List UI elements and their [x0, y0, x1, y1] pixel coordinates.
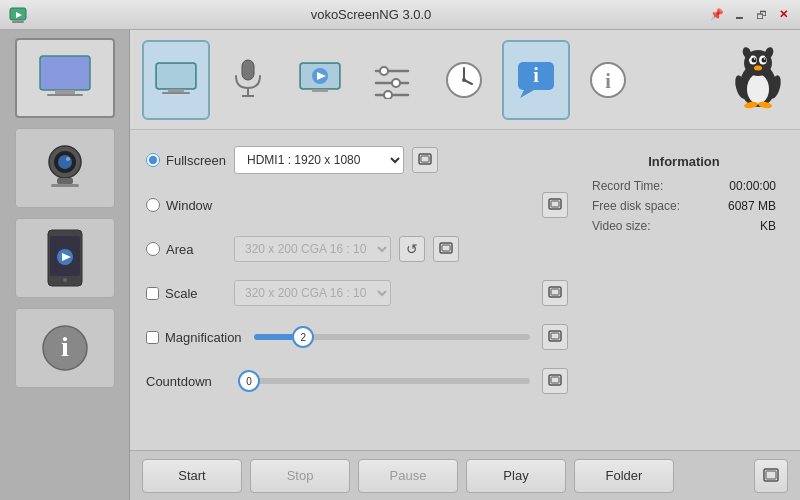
svg-point-56	[754, 66, 762, 71]
magnification-checkbox[interactable]	[146, 331, 159, 344]
svg-rect-4	[41, 57, 89, 89]
app-icon	[8, 5, 28, 25]
fit-scale-icon	[548, 286, 562, 300]
svg-point-55	[764, 58, 766, 60]
window-radio-wrapper: Window	[146, 198, 226, 213]
sidebar-item-player[interactable]	[15, 218, 115, 298]
area-refresh-btn[interactable]: ↺	[399, 236, 425, 262]
toolbar-btn-clock[interactable]	[430, 40, 498, 120]
start-button[interactable]: Start	[142, 459, 242, 493]
svg-rect-23	[162, 92, 190, 94]
svg-rect-76	[766, 471, 776, 479]
svg-point-10	[66, 157, 70, 161]
maximize-button[interactable]: 🗗	[752, 6, 770, 24]
window-fit-btn[interactable]	[542, 192, 568, 218]
magnification-thumb[interactable]: 2	[292, 326, 314, 348]
pause-button[interactable]: Pause	[358, 459, 458, 493]
svg-text:i: i	[61, 331, 69, 362]
close-button[interactable]: ✕	[774, 6, 792, 24]
magnification-label: Magnification	[165, 330, 242, 345]
magnification-checkbox-wrapper: Magnification	[146, 330, 242, 345]
svg-point-37	[384, 91, 392, 99]
penguin-icon	[732, 47, 784, 112]
svg-rect-31	[312, 89, 328, 92]
left-panel: Fullscreen HDMI1 : 1920 x 1080	[146, 146, 568, 434]
area-fit-btn[interactable]	[433, 236, 459, 262]
toolbar-btn-microphone[interactable]	[214, 40, 282, 120]
content-area: Fullscreen HDMI1 : 1920 x 1080	[130, 130, 800, 450]
svg-rect-66	[551, 201, 559, 207]
content-wrapper: i i	[130, 30, 800, 500]
sidebar-item-webcam[interactable]	[15, 128, 115, 208]
toolbar-btn-info-active[interactable]: i	[502, 40, 570, 120]
video-size-row: Video size: KB	[592, 219, 776, 233]
folder-button[interactable]: Folder	[574, 459, 674, 493]
svg-rect-21	[157, 64, 195, 88]
countdown-track: 0	[238, 378, 530, 384]
countdown-fit-btn[interactable]	[542, 368, 568, 394]
minimize-button[interactable]: 🗕	[730, 6, 748, 24]
window-label: Window	[166, 198, 212, 213]
fit-magnification-icon	[548, 330, 562, 344]
hdmi-select[interactable]: HDMI1 : 1920 x 1080	[234, 146, 404, 174]
fit-countdown-icon	[548, 374, 562, 388]
svg-point-35	[392, 79, 400, 87]
svg-rect-12	[51, 184, 79, 187]
svg-rect-11	[57, 178, 73, 184]
window-controls: 📌 🗕 🗗 ✕	[708, 6, 792, 24]
window-radio[interactable]	[146, 198, 160, 212]
area-select[interactable]: 320 x 200 CGA 16 : 10	[234, 236, 391, 262]
magnification-fit-btn[interactable]	[542, 324, 568, 350]
main-container: i	[0, 30, 800, 500]
fullscreen-fit-btn[interactable]	[412, 147, 438, 173]
button-bar: Start Stop Pause Play Folder	[130, 450, 800, 500]
sidebar-item-screen[interactable]	[15, 38, 115, 118]
svg-rect-24	[242, 60, 254, 80]
toolbar-btn-info2[interactable]: i	[574, 40, 642, 120]
webcam-icon	[37, 140, 93, 196]
svg-rect-5	[55, 90, 75, 94]
free-disk-row: Free disk space: 6087 MB	[592, 199, 776, 213]
window-row: Window	[146, 192, 568, 218]
fullscreen-label: Fullscreen	[166, 153, 226, 168]
svg-point-41	[462, 78, 466, 82]
toolbar-btn-screen[interactable]	[142, 40, 210, 120]
area-row: Area 320 x 200 CGA 16 : 10 ↺	[146, 236, 568, 262]
toolbar-btn-settings[interactable]	[358, 40, 426, 120]
player-icon	[40, 228, 90, 288]
svg-marker-43	[520, 90, 534, 98]
toolbar-clock-icon	[444, 60, 484, 100]
svg-text:i: i	[605, 70, 611, 92]
svg-rect-2	[12, 21, 24, 23]
free-disk-value: 6087 MB	[728, 199, 776, 213]
countdown-thumb[interactable]: 0	[238, 370, 260, 392]
pin-button[interactable]: 📌	[708, 6, 726, 24]
svg-rect-64	[421, 156, 429, 162]
magnification-track: 2	[254, 334, 530, 340]
title-bar: vokoScreenNG 3.0.0 📌 🗕 🗗 ✕	[0, 0, 800, 30]
scale-select[interactable]: 320 x 200 CGA 16 : 10	[234, 280, 391, 306]
fullscreen-radio[interactable]	[146, 153, 160, 167]
toolbar-btn-playback[interactable]	[286, 40, 354, 120]
area-radio[interactable]	[146, 242, 160, 256]
area-label: Area	[166, 242, 193, 257]
stop-button[interactable]: Stop	[250, 459, 350, 493]
toolbar: i i	[130, 30, 800, 130]
svg-rect-68	[442, 245, 450, 251]
expand-button[interactable]	[754, 459, 788, 493]
record-time-row: Record Time: 00:00:00	[592, 179, 776, 193]
sidebar: i	[0, 30, 130, 500]
play-button[interactable]: Play	[466, 459, 566, 493]
video-size-value: KB	[760, 219, 776, 233]
svg-point-9	[58, 155, 72, 169]
svg-point-17	[63, 278, 67, 282]
toolbar-settings-icon	[370, 61, 414, 99]
sidebar-item-info[interactable]: i	[15, 308, 115, 388]
scale-checkbox-wrapper: Scale	[146, 286, 226, 301]
fit-screen-icon	[418, 153, 432, 167]
fit-area-icon	[439, 242, 453, 256]
scale-fit-btn[interactable]	[542, 280, 568, 306]
toolbar-info-active-icon: i	[514, 60, 558, 100]
scale-checkbox[interactable]	[146, 287, 159, 300]
info-circle-icon: i	[40, 323, 90, 373]
